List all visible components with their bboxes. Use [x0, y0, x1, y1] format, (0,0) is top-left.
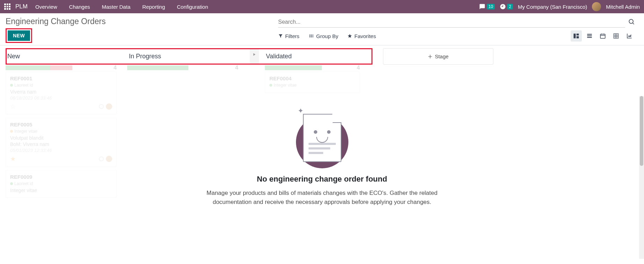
- group-by-button[interactable]: Group By: [309, 33, 338, 39]
- svg-line-1: [633, 23, 634, 24]
- stage-validated-label: Validated: [266, 53, 292, 60]
- col3-count: 4: [357, 65, 360, 71]
- avatar[interactable]: [592, 2, 601, 11]
- company-selector[interactable]: My Company (San Francisco): [518, 4, 587, 10]
- fold-handle-icon[interactable]: [250, 49, 259, 64]
- filters-button[interactable]: Filters: [278, 33, 299, 39]
- svg-rect-2: [574, 34, 576, 38]
- empty-state: ✦ No engineering change order found Mana…: [0, 87, 644, 207]
- svg-rect-6: [587, 36, 592, 36]
- topbar: PLM Overview Changes Master Data Reporti…: [0, 0, 644, 13]
- favorites-label: Favorites: [354, 33, 376, 39]
- add-stage-button[interactable]: Stage: [383, 48, 493, 65]
- svg-rect-5: [587, 34, 592, 35]
- nav-changes[interactable]: Changes: [69, 4, 90, 10]
- messages-icon[interactable]: 10: [479, 3, 495, 10]
- kanban-area: New In Progress Validated Stage 4 REF000: [0, 45, 644, 259]
- kanban-view-icon[interactable]: [571, 30, 582, 42]
- nav-configuration[interactable]: Configuration: [177, 4, 208, 10]
- new-button[interactable]: NEW: [8, 30, 30, 41]
- empty-description: Manage your products and bills of materi…: [189, 189, 455, 207]
- stages-highlight: New In Progress Validated: [6, 48, 372, 65]
- page-title: Engineering Change Orders: [6, 17, 278, 26]
- nav-master-data[interactable]: Master Data: [102, 4, 131, 10]
- messages-badge: 10: [487, 4, 495, 9]
- user-menu[interactable]: Mitchell Admin: [606, 4, 640, 10]
- svg-point-0: [629, 19, 633, 23]
- activities-badge: 2: [507, 4, 513, 9]
- empty-title: No engineering change order found: [257, 175, 387, 184]
- search-icon[interactable]: [628, 18, 635, 26]
- graph-view-icon[interactable]: [624, 30, 635, 42]
- view-switcher: [571, 30, 635, 42]
- svg-rect-8: [600, 34, 605, 38]
- svg-rect-3: [577, 34, 579, 35]
- nav-overview[interactable]: Overview: [35, 4, 57, 10]
- app-name[interactable]: PLM: [15, 3, 28, 10]
- calendar-view-icon[interactable]: [597, 30, 608, 42]
- scrollbar[interactable]: [639, 96, 644, 259]
- new-button-highlight: NEW: [6, 28, 32, 43]
- activities-icon[interactable]: 2: [500, 3, 513, 10]
- topbar-right: 10 2 My Company (San Francisco) Mitchell…: [479, 2, 640, 11]
- stage-new[interactable]: New: [7, 49, 128, 64]
- svg-marker-17: [253, 53, 255, 56]
- favorites-button[interactable]: Favorites: [347, 33, 376, 39]
- add-stage-label: Stage: [435, 53, 448, 59]
- kanban-header: New In Progress Validated Stage: [0, 45, 644, 65]
- svg-rect-7: [587, 37, 592, 38]
- empty-illustration: ✦: [294, 108, 350, 168]
- col1-count: 4: [114, 65, 117, 71]
- pivot-view-icon[interactable]: [610, 30, 622, 42]
- nav-items: Overview Changes Master Data Reporting C…: [35, 4, 208, 10]
- nav-reporting[interactable]: Reporting: [142, 4, 165, 10]
- stage-validated[interactable]: Validated: [250, 49, 371, 64]
- list-view-icon[interactable]: [584, 30, 595, 42]
- group-by-label: Group By: [316, 33, 338, 39]
- stage-in-progress[interactable]: In Progress: [128, 49, 250, 64]
- svg-rect-12: [614, 34, 618, 38]
- svg-rect-4: [577, 36, 579, 38]
- control-panel: Engineering Change Orders NEW Filters Gr…: [0, 13, 644, 45]
- search-input[interactable]: [278, 17, 625, 28]
- apps-icon[interactable]: [4, 3, 10, 10]
- filters-label: Filters: [285, 33, 299, 39]
- col2-count: 4: [235, 65, 238, 71]
